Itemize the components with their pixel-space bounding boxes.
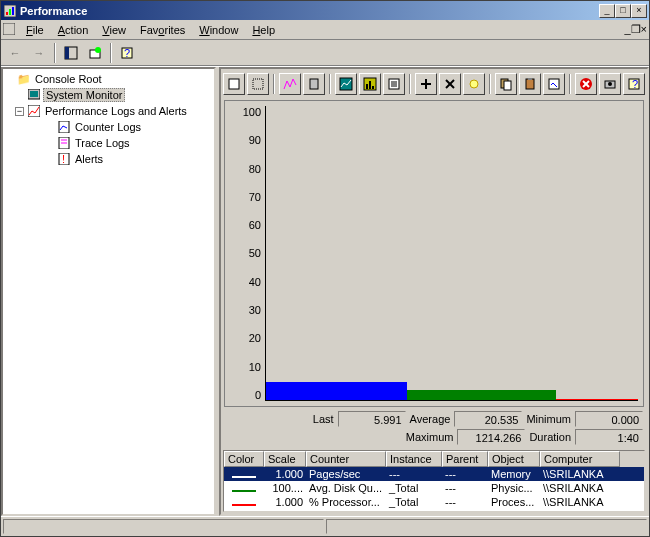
counter-logs-icon [57, 120, 71, 134]
column-header-parent[interactable]: Parent [442, 451, 488, 467]
clear-display-button[interactable] [247, 73, 269, 95]
highlight-button[interactable] [463, 73, 485, 95]
counter-list[interactable]: ColorScaleCounterInstanceParentObjectCom… [223, 450, 645, 512]
maximum-value: 1214.266 [457, 429, 525, 445]
titlebar[interactable]: Performance _ □ × [1, 1, 649, 20]
svg-point-8 [95, 47, 101, 53]
freeze-display-button[interactable] [575, 73, 597, 95]
duration-value: 1:40 [575, 429, 643, 445]
y-tick: 70 [249, 191, 261, 203]
tree-perf-logs[interactable]: − Performance Logs and Alerts [5, 103, 212, 119]
menu-help[interactable]: Help [245, 22, 282, 38]
monitor-icon [27, 88, 41, 102]
tree-counter-logs[interactable]: Counter Logs [5, 119, 212, 135]
counter-row[interactable]: 1.000% Processor..._Total---Proces...\\S… [224, 495, 644, 509]
view-log-button[interactable] [303, 73, 325, 95]
chart-bar [556, 399, 638, 400]
back-button: ← [4, 42, 26, 64]
statusbar [1, 516, 649, 536]
body-split: 📁 Console Root System Monitor − Performa… [1, 66, 649, 516]
alerts-icon: ! [57, 152, 71, 166]
delete-counter-button[interactable] [439, 73, 461, 95]
column-header-object[interactable]: Object [488, 451, 540, 467]
cell-scale: 100.... [264, 482, 306, 494]
view-histogram-button[interactable] [359, 73, 381, 95]
minimum-value: 0.000 [575, 411, 643, 427]
counter-row[interactable]: 100....Avg. Disk Qu..._Total---Physic...… [224, 481, 644, 495]
counter-header[interactable]: ColorScaleCounterInstanceParentObjectCom… [224, 451, 644, 467]
column-header-computer[interactable]: Computer [540, 451, 620, 467]
y-tick: 20 [249, 332, 261, 344]
svg-rect-4 [3, 23, 15, 35]
svg-text:?: ? [632, 78, 638, 90]
y-tick: 40 [249, 276, 261, 288]
add-counter-button[interactable] [415, 73, 437, 95]
column-header-counter[interactable]: Counter [306, 451, 386, 467]
column-header-color[interactable]: Color [224, 451, 264, 467]
counter-row[interactable]: 1.000Pages/sec------Memory\\SRILANKA [224, 467, 644, 481]
stats-panel: Last 5.991 Average 20.535 Minimum 0.000 … [221, 408, 647, 448]
y-tick: 0 [255, 389, 261, 401]
menu-window[interactable]: Window [192, 22, 245, 38]
menu-view[interactable]: View [95, 22, 133, 38]
export-list-button[interactable] [84, 42, 106, 64]
svg-rect-40 [528, 78, 532, 80]
new-counter-set-button[interactable] [223, 73, 245, 95]
help-topic-button[interactable]: ? [623, 73, 645, 95]
help-button[interactable]: ? [116, 42, 138, 64]
average-label: Average [410, 413, 451, 425]
perflogs-icon [27, 104, 41, 118]
cell-computer: \\SRILANKA [540, 496, 620, 508]
tree-pane[interactable]: 📁 Console Root System Monitor − Performa… [1, 67, 216, 516]
trace-logs-icon [57, 136, 71, 150]
tree-console-root[interactable]: 📁 Console Root [5, 71, 212, 87]
menu-favorites[interactable]: Favorites [133, 22, 192, 38]
y-tick: 60 [249, 219, 261, 231]
y-tick: 50 [249, 247, 261, 259]
last-value: 5.991 [338, 411, 406, 427]
mdi-restore-button[interactable]: ❐ [631, 23, 641, 36]
minimize-button[interactable]: _ [599, 4, 615, 18]
cell-parent: --- [442, 482, 488, 494]
view-report-button[interactable] [383, 73, 405, 95]
cell-counter: Avg. Disk Qu... [306, 482, 386, 494]
tree-system-monitor[interactable]: System Monitor [5, 87, 212, 103]
tree-alerts[interactable]: ! Alerts [5, 151, 212, 167]
svg-text:!: ! [62, 153, 65, 165]
close-button[interactable]: × [631, 4, 647, 18]
tree-trace-logs[interactable]: Trace Logs [5, 135, 212, 151]
svg-rect-13 [28, 105, 40, 117]
cell-counter: Pages/sec [306, 468, 386, 480]
copy-properties-button[interactable] [495, 73, 517, 95]
cell-scale: 1.000 [264, 468, 306, 480]
svg-rect-1 [6, 12, 8, 15]
view-graph-button[interactable] [335, 73, 357, 95]
svg-rect-12 [30, 91, 38, 97]
cell-parent: --- [442, 468, 488, 480]
monitor-toolbar: ? [221, 69, 647, 99]
column-header-instance[interactable]: Instance [386, 451, 442, 467]
svg-rect-6 [65, 47, 69, 59]
column-header-scale[interactable]: Scale [264, 451, 306, 467]
chart-plot [265, 106, 638, 401]
menubar: File Action View Favorites Window Help _… [1, 20, 649, 40]
menu-action[interactable]: Action [51, 22, 96, 38]
status-pane-2 [326, 519, 647, 534]
collapse-icon[interactable]: − [15, 107, 24, 116]
properties-button[interactable] [543, 73, 565, 95]
show-hide-tree-button[interactable] [60, 42, 82, 64]
view-current-button[interactable] [279, 73, 301, 95]
cell-color [224, 468, 264, 480]
cell-object: Memory [488, 468, 540, 480]
svg-rect-38 [504, 81, 511, 90]
chart-area[interactable]: 1009080706050403020100 [224, 100, 644, 407]
mdi-close-button[interactable]: × [641, 23, 647, 36]
cell-computer: \\SRILANKA [540, 468, 620, 480]
paste-counter-button[interactable] [519, 73, 541, 95]
menu-file[interactable]: File [19, 22, 51, 38]
update-data-button[interactable] [599, 73, 621, 95]
maximize-button[interactable]: □ [615, 4, 631, 18]
svg-rect-22 [310, 79, 318, 89]
y-tick: 80 [249, 163, 261, 175]
svg-rect-3 [12, 7, 14, 15]
